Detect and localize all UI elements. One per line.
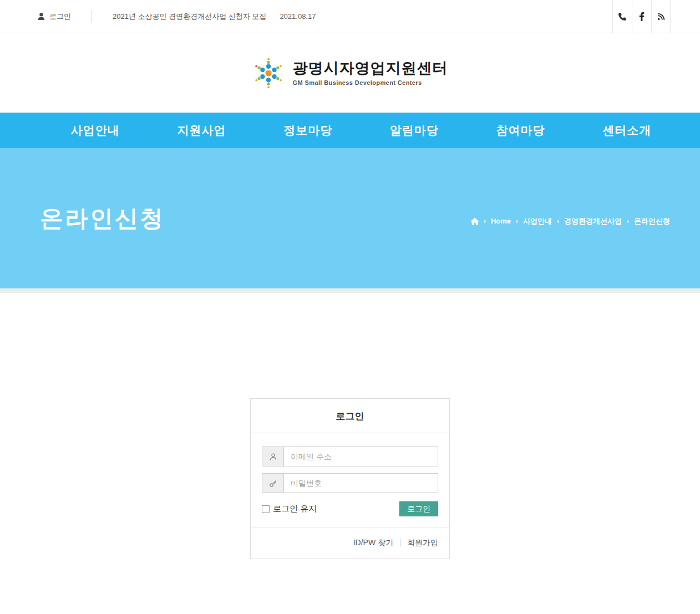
login-button[interactable]: 로그인: [399, 501, 438, 516]
breadcrumb-separator: ›: [484, 217, 486, 225]
topbar-login-label: 로그인: [49, 12, 71, 22]
nav-item-info-plaza[interactable]: 정보마당: [255, 113, 361, 148]
facebook-link[interactable]: [632, 0, 651, 33]
user-outline-icon: [262, 446, 284, 466]
topbar-notice-date: 2021.08.17: [280, 12, 316, 21]
breadcrumb-separator: ›: [516, 217, 518, 225]
logo-starburst-icon: [252, 57, 285, 90]
site-logo-text[interactable]: 광명시자영업지원센터 GM Small Business Development…: [293, 60, 448, 85]
main-nav: 사업안내 지원사업 정보마당 알림마당 참여마당 센터소개: [0, 113, 700, 148]
topbar-notice-link[interactable]: 2021년 소상공인 경영환경개선사업 신청자 모집: [113, 12, 266, 22]
site-header: 광명시자영업지원센터 GM Small Business Development…: [0, 33, 700, 113]
facebook-icon: [639, 12, 645, 21]
breadcrumb-separator: ›: [557, 217, 559, 225]
page-title: 온라인신청: [40, 203, 165, 234]
page-hero: 온라인신청 › Home › 사업안내 › 경영환경개선사업 › 온라인신청: [0, 148, 700, 288]
site-subtitle: GM Small Business Development Centers: [293, 79, 448, 86]
password-input-group: [262, 473, 438, 493]
site-title: 광명시자영업지원센터: [293, 60, 448, 77]
nav-item-support-programs[interactable]: 지원사업: [149, 113, 255, 148]
rss-link[interactable]: [651, 0, 671, 33]
phone-link[interactable]: [612, 0, 632, 33]
login-card: 로그인: [250, 398, 450, 559]
breadcrumb-improvement-program[interactable]: 경영환경개선사업: [564, 216, 622, 226]
email-field[interactable]: [283, 446, 438, 466]
user-icon: [38, 13, 45, 20]
social-links: [612, 0, 671, 33]
nav-item-notice-plaza[interactable]: 알림마당: [361, 113, 468, 148]
find-id-pw-link[interactable]: ID/PW 찾기: [353, 538, 393, 548]
topbar-login-link[interactable]: 로그인: [38, 12, 71, 22]
email-input-group: [262, 446, 438, 466]
nav-item-participation-plaza[interactable]: 참여마당: [468, 113, 574, 148]
breadcrumb: › Home › 사업안내 › 경영환경개선사업 › 온라인신청: [471, 216, 670, 226]
register-link[interactable]: 회원가입: [407, 538, 438, 548]
password-field[interactable]: [283, 473, 438, 493]
nav-item-business-guide[interactable]: 사업안내: [42, 113, 149, 148]
breadcrumb-online-application[interactable]: 온라인신청: [634, 216, 670, 226]
breadcrumb-business-guide[interactable]: 사업안내: [523, 216, 552, 226]
login-card-title: 로그인: [251, 399, 449, 433]
hero-bottom-strip: [0, 288, 700, 293]
topbar-divider: [91, 11, 92, 23]
rss-icon: [657, 13, 665, 21]
footer-divider: [400, 539, 400, 547]
remember-login-checkbox[interactable]: [262, 505, 270, 513]
nav-item-center-intro[interactable]: 센터소개: [574, 113, 680, 148]
key-icon: [262, 473, 284, 493]
breadcrumb-home[interactable]: Home: [491, 217, 511, 225]
phone-icon: [618, 13, 626, 21]
main-content: 로그인: [0, 398, 700, 614]
remember-login-label[interactable]: 로그인 유지: [262, 504, 317, 514]
home-icon[interactable]: [471, 217, 479, 225]
top-utility-bar: 로그인 2021년 소상공인 경영환경개선사업 신청자 모집 2021.08.1…: [0, 0, 700, 33]
breadcrumb-separator: ›: [627, 217, 629, 225]
site-logo[interactable]: [252, 57, 285, 90]
